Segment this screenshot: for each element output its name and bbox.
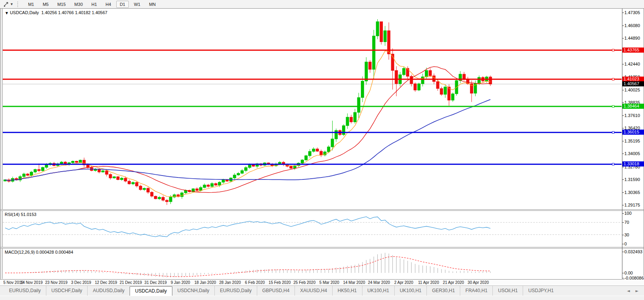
timeframe-button-m30[interactable]: M30 — [71, 1, 86, 8]
price-axis-tick-label: 1.30365 — [624, 190, 641, 195]
chart-tab-uk100-h1[interactable]: UK100,H1 — [394, 286, 426, 296]
macd-scale-label: 0.00 — [624, 271, 633, 275]
timeframe-button-m5[interactable]: M5 — [39, 1, 52, 8]
rsi-panel-splitter[interactable] — [0, 209, 644, 211]
chart-tab-audusd-daily[interactable]: AUDUSD,Daily — [87, 286, 130, 296]
moving-average-7 — [5, 51, 490, 197]
macd-scale-tick — [622, 278, 624, 278]
timeframe-button-h1[interactable]: H1 — [88, 1, 101, 8]
time-axis: 5 Nov 201914 Nov 201923 Nov 20193 Dec 20… — [0, 280, 644, 285]
moving-average-55 — [5, 99, 490, 180]
price-badge-1.43765: 1.43765 — [622, 48, 644, 53]
price-axis-tick — [622, 102, 624, 103]
price-axis-tick — [622, 64, 624, 64]
date-label: 15 Feb 2020 — [269, 280, 291, 285]
rsi-label: RSI(14) 51.0153 — [5, 212, 37, 217]
chart-title: ▼USDCAD,Daily 1.40256 1.40766 1.40182 1.… — [5, 10, 107, 15]
line-handle — [612, 105, 614, 107]
main-price-chart[interactable] — [3, 9, 622, 209]
timeframe-button-h4[interactable]: H4 — [102, 1, 115, 8]
mt4-window: ▼ M1M5M15M30H1H4D1W1MN 1.473051.460801.4… — [0, 0, 644, 300]
chart-tab-hk50-h1[interactable]: HK50,H1 — [332, 286, 362, 296]
date-label: 21 Dec 2019 — [120, 280, 142, 285]
price-badge-1.41023: 1.41023 — [622, 77, 644, 82]
macd-scale-tick — [622, 252, 624, 252]
price-axis-tick-label: 1.31590 — [624, 177, 641, 182]
price-axis-tick-label: 1.47305 — [624, 10, 641, 15]
draw-tool-icon[interactable] — [2, 1, 9, 7]
price-axis-tick — [622, 13, 624, 13]
price-axis-tick — [622, 141, 624, 141]
chart-dropdown-icon[interactable]: ▼ — [5, 11, 8, 15]
timeframe-button-m1[interactable]: M1 — [24, 1, 37, 8]
rsi-scale-tick — [622, 244, 624, 244]
price-axis-tick-label: 1.34005 — [624, 151, 641, 156]
chart-tab-usdjpy-h1[interactable]: USDJPY,H1 — [523, 286, 558, 296]
price-axis-tick-label: 1.40025 — [624, 88, 641, 92]
macd-indicator-panel[interactable] — [3, 249, 622, 279]
price-axis-tick — [622, 26, 624, 26]
candles-group — [4, 19, 492, 205]
price-axis-tick-label: 1.46080 — [624, 23, 641, 28]
price-axis-tick — [622, 90, 624, 90]
tab-scroll-left-icon[interactable]: ◄ — [627, 289, 630, 293]
price-axis-tick-label: 1.42440 — [624, 62, 641, 66]
rsi-line — [5, 217, 490, 237]
tab-scroll-arrows: ◄► — [627, 286, 644, 296]
price-badge-1.36015: 1.36015 — [622, 130, 644, 135]
draw-tool-caret-icon[interactable]: ▼ — [11, 3, 13, 6]
chart-ohlc-values: 1.40256 1.40766 1.40182 1.40567 — [41, 10, 107, 15]
date-label: 30 Apr 2020 — [468, 280, 489, 285]
price-axis-tick-label: 1.29175 — [624, 203, 641, 207]
line-handle — [612, 78, 614, 80]
macd-signal-line — [5, 256, 490, 276]
macd-scale-label: -0.008086 — [624, 276, 644, 280]
tab-scroll-right-icon[interactable]: ► — [635, 289, 639, 293]
rsi-scale-tick — [622, 213, 624, 214]
chart-tab-ger30-h1[interactable]: GER30,H1 — [426, 286, 460, 296]
macd-scale-tick — [622, 273, 624, 273]
price-badge-1.38464: 1.38464 — [622, 104, 644, 109]
price-axis-tick-label: 1.35195 — [624, 139, 641, 143]
date-label: 24 Mar 2020 — [368, 280, 390, 285]
date-label: 25 Feb 2020 — [293, 280, 315, 285]
chart-tab-usdchf-daily[interactable]: USDCHF,Daily — [46, 286, 88, 296]
date-label: 21 Apr 2020 — [443, 280, 464, 285]
macd-histogram — [5, 253, 490, 278]
chart-tab-xauusd-h4[interactable]: XAUUSD,H4 — [295, 286, 332, 296]
rsi-scale-label: 30 — [624, 232, 630, 237]
date-label: 9 Jan 2020 — [171, 280, 190, 285]
price-axis-tick — [622, 38, 624, 38]
bottom-strip — [0, 296, 644, 300]
rsi-scale-tick — [622, 235, 624, 235]
price-axis-tick — [622, 167, 624, 167]
price-axis-tick — [622, 205, 624, 205]
chart-tab-fra40-h1[interactable]: FRA40,H1 — [460, 286, 492, 296]
rsi-indicator-panel[interactable] — [3, 211, 622, 247]
date-label: 31 Dec 2019 — [145, 280, 167, 285]
chart-tab-usoil-h1[interactable]: USOil,H1 — [492, 286, 523, 296]
date-label: 18 Jan 2020 — [194, 280, 216, 285]
chart-tab-usdcad-daily[interactable]: USDCAD,Daily — [130, 286, 172, 296]
chart-tab-usdcnh-daily[interactable]: USDCNH,Daily — [172, 286, 214, 296]
date-label: 6 Feb 2020 — [245, 280, 265, 285]
timeframe-button-d1[interactable]: D1 — [116, 1, 129, 8]
price-axis-tick-label: 1.37610 — [624, 113, 641, 118]
chart-tab-eurusd-daily[interactable]: EURUSD,Daily — [4, 286, 46, 296]
chart-tab-uk100-h1[interactable]: UK100,H1 — [362, 286, 394, 296]
price-axis-tick-label: 1.44890 — [624, 36, 641, 40]
price-axis-tick — [622, 179, 624, 180]
rsi-scale-label: 70 — [624, 220, 630, 225]
timeframe-button-w1[interactable]: W1 — [130, 1, 144, 8]
chart-tab-eurusd-daily[interactable]: EURUSD,Daily — [214, 286, 257, 296]
timeframe-button-m15[interactable]: M15 — [54, 1, 69, 8]
macd-panel-splitter[interactable] — [0, 247, 644, 249]
toolbar-grip[interactable] — [17, 2, 20, 7]
price-axis-tick — [622, 115, 624, 116]
rsi-scale-label: 0 — [624, 241, 628, 246]
timeframe-button-mn[interactable]: MN — [145, 1, 159, 8]
date-label: 5 Mar 2020 — [319, 280, 339, 285]
chart-tab-gbpusd-h4[interactable]: GBPUSD,H4 — [257, 286, 295, 296]
rsi-scale-label: 100 — [624, 211, 632, 216]
line-handle — [612, 49, 614, 51]
